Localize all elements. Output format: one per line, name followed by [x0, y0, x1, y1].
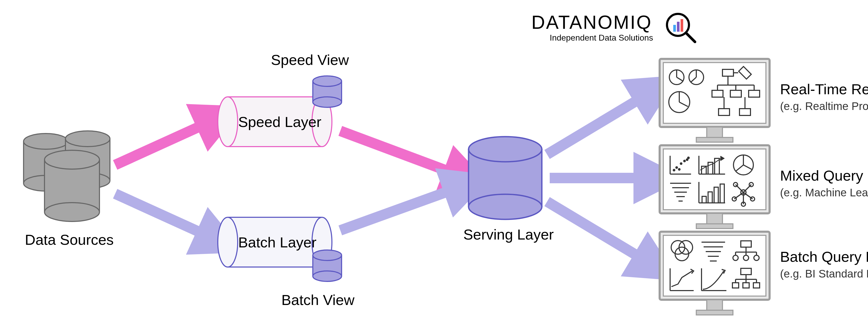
svg-rect-4: [681, 19, 683, 32]
svg-point-19: [44, 203, 99, 222]
svg-rect-119: [707, 300, 722, 310]
mixed-subtitle: (e.g. Machine Learning Training): [780, 186, 868, 199]
batch-title: Batch Query Report: [780, 249, 868, 265]
svg-point-81: [679, 169, 680, 170]
svg-rect-120: [696, 310, 733, 315]
svg-rect-3: [677, 22, 680, 32]
brand-tagline: Independent Data Solutions: [550, 33, 653, 42]
speed-view-label: Speed View: [271, 52, 349, 68]
arrow-batch-to-serving: [340, 191, 449, 230]
svg-rect-48: [696, 137, 733, 142]
svg-point-85: [688, 157, 689, 159]
svg-point-80: [676, 167, 677, 168]
speed-layer-label: Speed Layer: [238, 114, 321, 130]
data-sources-label: Data Sources: [25, 231, 114, 248]
svg-rect-2: [673, 25, 676, 32]
arrow-to-speed: [115, 126, 202, 165]
svg-point-44: [469, 194, 542, 219]
batch-view-cylinder: [313, 250, 342, 282]
database-icon: [313, 250, 342, 282]
realtime-subtitle: (e.g. Realtime Process Mining): [780, 100, 868, 112]
svg-point-39: [313, 271, 342, 282]
speed-view-cylinder: [313, 76, 342, 107]
database-icon: [469, 137, 542, 219]
mixed-title: Mixed Query Report: [780, 167, 868, 184]
batch-view-label: Batch View: [281, 292, 355, 308]
serving-layer-node: [469, 137, 542, 219]
svg-line-1: [686, 33, 695, 42]
svg-rect-47: [707, 127, 722, 137]
svg-rect-75: [707, 213, 722, 224]
brand-logo: DATANOMIQ Independent Data Solutions: [531, 12, 695, 42]
database-icon: [44, 150, 99, 222]
batch-layer-label: Batch Layer: [238, 234, 316, 251]
arrow-speed-to-serving: [340, 131, 449, 171]
database-icon: [313, 76, 342, 107]
svg-point-84: [686, 159, 688, 160]
svg-rect-118: [663, 235, 766, 296]
monitor-realtime: [660, 59, 770, 142]
batch-subtitle: (e.g. BI Standard Reporting): [780, 267, 868, 280]
brand-name: DATANOMIQ: [531, 12, 652, 33]
svg-point-79: [673, 169, 675, 171]
brand-glyph-icon: [667, 14, 695, 42]
svg-point-29: [313, 97, 342, 107]
monitor-batch: [660, 232, 770, 315]
serving-layer-label: Serving Layer: [463, 226, 554, 243]
data-sources-group: [24, 131, 110, 222]
svg-point-82: [680, 163, 682, 164]
realtime-title: Real-Time Report: [780, 81, 868, 97]
architecture-diagram: DATANOMIQ Independent Data Solutions: [0, 0, 868, 322]
arrow-to-batchreport: [547, 201, 639, 257]
monitor-mixed: [660, 145, 770, 229]
arrow-to-batch: [115, 194, 202, 233]
svg-point-83: [684, 160, 685, 162]
svg-rect-76: [696, 224, 733, 229]
arrow-to-realtime: [547, 99, 639, 155]
